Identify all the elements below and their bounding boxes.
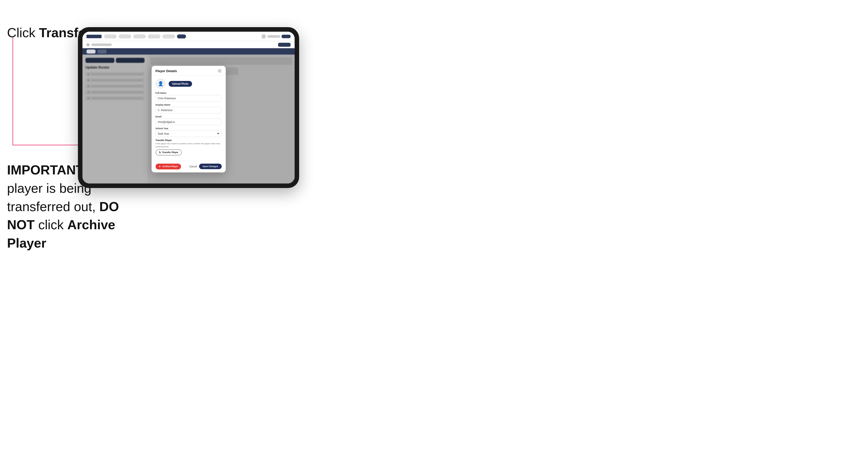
transfer-icon: ↻ [159,151,161,154]
photo-upload-row: 👤 Upload Photo [156,79,222,89]
sub-header-icon [87,43,90,46]
full-name-input[interactable] [156,95,222,101]
transfer-player-button[interactable]: ↻ Transfer Player [156,150,182,155]
toolbar [83,48,294,55]
sub-header-text [92,43,112,46]
tablet-screen: Update Roster [83,32,294,184]
archive-button-label: Archive Player [162,165,178,168]
important-label: IMPORTANT [7,163,84,177]
display-name-group: Display Name [156,103,222,113]
arrow-vertical [12,37,13,145]
full-name-group: Full Name [156,92,222,101]
header-action-btn [282,35,290,38]
school-year-label: School Year [156,127,222,130]
modal-body: 👤 Upload Photo Full Name [152,76,226,161]
nav-item-2 [119,34,131,38]
nav-item-3 [133,34,146,38]
sub-header-action [278,43,290,47]
nav-item-active [177,34,186,38]
cancel-button[interactable]: Cancel [189,165,197,168]
transfer-button-label: Transfer Player [162,151,179,154]
archive-player-button[interactable]: ▼ Archive Player [156,164,181,169]
sub-header [83,41,294,48]
archive-icon: ▼ [159,165,161,168]
full-name-label: Full Name [156,92,222,94]
transfer-description: If this player has moved to another scho… [156,142,222,148]
school-year-group: School Year Sixth Year [156,127,222,137]
tablet-device: Update Roster [78,27,299,188]
modal-header: Player Details × [152,66,226,76]
player-details-modal: Player Details × 👤 [152,66,226,172]
modal-overlay: Player Details × 👤 [83,55,294,184]
email-label: Email [156,115,222,118]
content-area: Update Roster [83,55,294,184]
modal-close-button[interactable]: × [218,69,222,73]
app-logo [87,35,101,38]
modal-footer: ▼ Archive Player Cancel Save Changes [152,161,226,173]
modal-title: Player Details [156,69,177,73]
avatar-icon: 👤 [158,81,163,87]
transfer-section-label: Transfer Player [156,139,222,142]
app-background: Update Roster [83,32,294,184]
header-name [268,35,280,38]
instruction-prefix: Click [7,25,39,40]
app-header [83,32,294,41]
school-year-select[interactable]: Sixth Year [156,130,222,137]
nav-item-4 [148,34,160,38]
nav-item-1 [104,34,117,38]
display-name-input[interactable] [156,107,222,113]
nav-item-5 [162,34,175,38]
header-avatar [261,34,266,39]
save-changes-button[interactable]: Save Changes [199,164,222,169]
toolbar-tab-2 [97,50,106,54]
upload-photo-button[interactable]: Upload Photo [169,81,192,87]
toolbar-tab-1 [87,50,95,54]
display-name-label: Display Name [156,103,222,106]
app-nav [104,34,259,38]
email-group: Email [156,115,222,125]
avatar-circle: 👤 [156,79,166,89]
header-right [261,34,290,39]
transfer-section: Transfer Player If this player has moved… [156,139,222,155]
email-input[interactable] [156,119,222,125]
